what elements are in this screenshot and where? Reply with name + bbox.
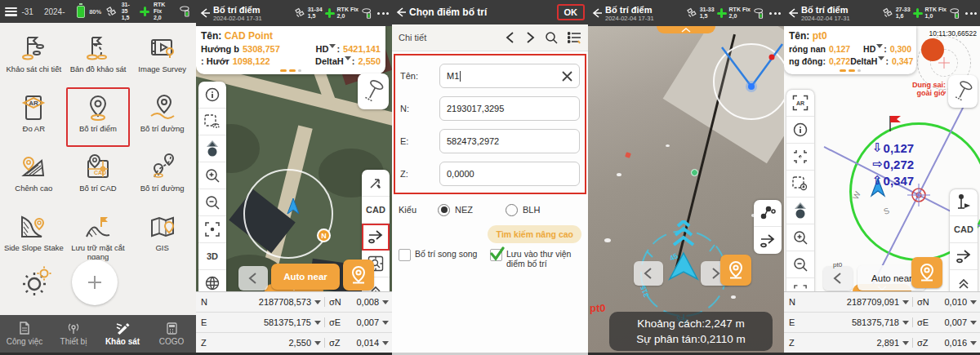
hd-label[interactable]: HD: [316, 44, 329, 54]
back-icon[interactable]: [199, 7, 211, 19]
caret-down-icon[interactable]: [314, 341, 321, 345]
ar-view-icon[interactable]: AR: [786, 90, 814, 117]
menu-item-gis[interactable]: GIS: [130, 206, 194, 266]
caret-down-icon[interactable]: [970, 341, 977, 345]
drawer-handle[interactable]: [657, 26, 715, 33]
rtk-status[interactable]: RTK Fix1,0: [925, 7, 947, 20]
collect-point-button[interactable]: [720, 255, 751, 286]
cad-layers-icon[interactable]: [198, 109, 226, 135]
tab-cogo[interactable]: COGO: [147, 315, 196, 353]
stakeout-info-card[interactable]: Tên: pt0 róng nan 0,127 HD: 0,300 ng đôn…: [784, 26, 916, 74]
info-icon[interactable]: [198, 82, 226, 109]
display-mode-icon[interactable]: [198, 135, 226, 162]
zoom-out-icon[interactable]: [198, 189, 226, 216]
device-icon[interactable]: [949, 8, 961, 19]
checkbox-save-library[interactable]: Lưu vào thư viện điểm bố trí: [490, 249, 585, 268]
zoom-out-icon[interactable]: [786, 251, 814, 278]
prev-point-button[interactable]: [238, 266, 268, 291]
menu-icon[interactable]: [5, 7, 17, 16]
caret-down-icon[interactable]: [902, 300, 909, 304]
more-menu-icon[interactable]: [769, 12, 781, 15]
menu-item-bo-tri-duong-2[interactable]: Bố trí đường: [130, 147, 194, 206]
point-list-icon[interactable]: [568, 32, 581, 44]
tab-khao-sat-active[interactable]: Khảo sát: [98, 315, 147, 353]
settings-gear-icon[interactable]: [18, 263, 54, 299]
menu-item-luu-tru-mat-cat-ngang[interactable]: Lưu trữ mặt cắt ngang: [66, 206, 131, 266]
caret-down-icon[interactable]: [382, 341, 389, 345]
e-input[interactable]: 582473,2972: [439, 129, 580, 153]
menu-item-image-survey[interactable]: Image Survey: [130, 28, 194, 87]
tab-cong-viec[interactable]: Công việc: [0, 315, 49, 353]
caret-down-icon[interactable]: [902, 321, 909, 325]
menu-item-side-slope-stake[interactable]: Side Slope Stake: [2, 206, 66, 266]
prev-point-button[interactable]: [823, 266, 853, 291]
device-icon[interactable]: [753, 8, 765, 19]
caret-down-icon[interactable]: [970, 321, 977, 325]
cad-button[interactable]: CAD: [950, 216, 978, 243]
next-record-icon[interactable]: [525, 32, 535, 43]
add-button[interactable]: [72, 260, 118, 305]
more-menu-icon[interactable]: [377, 12, 389, 15]
stakeout-info-card[interactable]: Tên: CAD Point Hướng b 5308,757 HD: 5421…: [196, 26, 385, 74]
satellite-icon[interactable]: [294, 7, 305, 19]
pin-flag-icon[interactable]: [950, 189, 978, 216]
satellite-icon[interactable]: [882, 7, 893, 19]
full-extent-icon[interactable]: [198, 216, 226, 243]
caret-down-icon[interactable]: [314, 300, 321, 304]
caret-down-icon[interactable]: [382, 321, 389, 325]
stakeout-arrow-button[interactable]: [950, 243, 978, 270]
prev-record-icon[interactable]: [506, 32, 515, 43]
menu-item-ban-do-khao-sat[interactable]: Bản đồ khảo sát: [66, 28, 131, 87]
info-icon[interactable]: [786, 117, 814, 144]
deltah-label[interactable]: DeltaH: [850, 56, 877, 66]
rtk-status[interactable]: RTK Fix2,0: [337, 7, 359, 20]
advanced-search-button[interactable]: Tìm kiếm nâng cao: [488, 225, 581, 243]
collect-point-button[interactable]: [343, 260, 374, 291]
hd-label[interactable]: HD: [863, 44, 875, 54]
zoom-in-icon[interactable]: [198, 162, 226, 189]
checkbox-parallel[interactable]: Bố trí song song: [399, 249, 490, 268]
ok-button[interactable]: OK: [557, 4, 586, 20]
caret-down-icon[interactable]: [970, 300, 977, 304]
menu-item-bo-tri-diem-selected[interactable]: Bố trí điểm: [66, 87, 131, 147]
cad-layers-icon[interactable]: [786, 171, 814, 197]
name-input[interactable]: M1: [439, 64, 580, 88]
menu-item-bo-tri-cad[interactable]: CAD Bố trí CAD: [66, 147, 131, 206]
rtk-status[interactable]: RTK Fix2,0: [729, 7, 751, 20]
display-mode-icon[interactable]: [786, 197, 814, 224]
menu-item-do-ar[interactable]: AR Đo AR: [2, 87, 66, 147]
menu-item-khao-sat-chi-tiet[interactable]: Khảo sát chi tiết: [2, 28, 66, 87]
search-icon[interactable]: [545, 31, 558, 44]
n-input[interactable]: 2193017,3295: [439, 96, 580, 121]
radio-nez[interactable]: [438, 204, 450, 216]
stakeout-arrow-button[interactable]: [754, 227, 782, 254]
device-icon[interactable]: [361, 8, 373, 19]
center-position-icon[interactable]: [786, 144, 814, 171]
caret-down-icon[interactable]: [382, 300, 389, 304]
tab-thiet-bi[interactable]: Thiết bị: [49, 315, 98, 353]
back-icon[interactable]: [591, 7, 603, 19]
menu-item-bo-tri-duong[interactable]: Bố trí đường: [130, 87, 194, 147]
radio-blh[interactable]: [506, 204, 518, 216]
z-input[interactable]: 0,0000: [439, 162, 580, 186]
back-icon[interactable]: [395, 7, 407, 18]
zoom-in-icon[interactable]: [786, 224, 814, 251]
select-cursor-icon[interactable]: [362, 170, 390, 197]
caret-down-icon[interactable]: [902, 341, 909, 345]
back-icon[interactable]: [787, 7, 799, 19]
clear-icon[interactable]: [561, 70, 573, 82]
stakeout-arrow-button[interactable]: [362, 224, 390, 251]
caret-down-icon[interactable]: [314, 321, 321, 325]
rover-tilt-icon[interactable]: [358, 73, 389, 109]
cad-button[interactable]: CAD: [362, 197, 390, 224]
rover-tilt-icon[interactable]: [948, 75, 978, 108]
3d-toggle[interactable]: 3D: [198, 243, 226, 270]
prev-point-button[interactable]: [634, 261, 663, 286]
points-mode-icon[interactable]: [754, 200, 782, 227]
auto-near-button[interactable]: Auto near: [271, 264, 340, 290]
menu-item-chenh-cao[interactable]: Chênh cao: [2, 147, 66, 206]
camera-view[interactable]: 45 135 225 315 pt0: [588, 26, 784, 353]
collect-point-button[interactable]: [911, 257, 942, 288]
more-menu-icon[interactable]: [965, 12, 977, 15]
satellite-icon[interactable]: [686, 7, 697, 19]
